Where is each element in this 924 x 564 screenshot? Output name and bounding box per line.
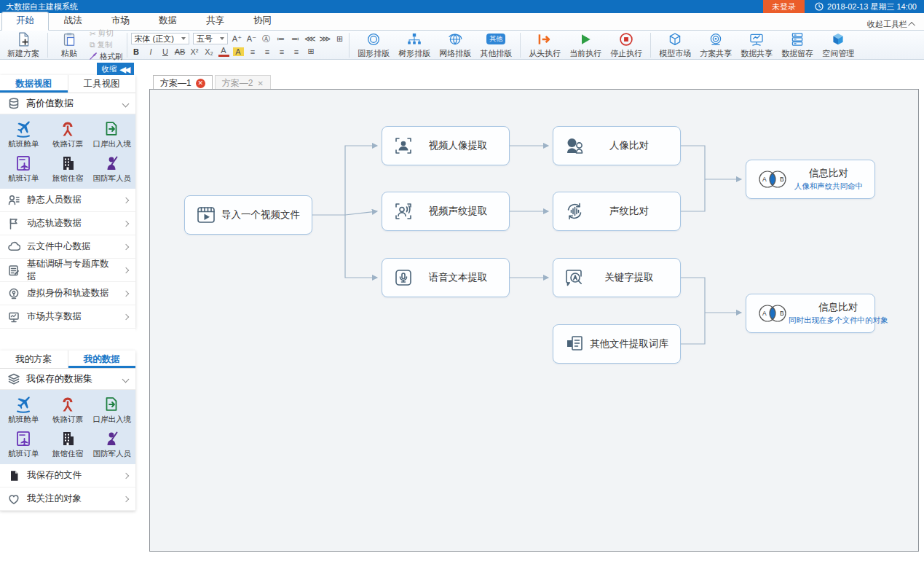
change-case-button[interactable]: Ⓐ <box>261 34 272 44</box>
category-cloud-file-data[interactable]: 云文件中心数据 <box>0 235 135 259</box>
node-keyword-extract[interactable]: 关键字提取 <box>553 258 681 297</box>
subscript-button[interactable]: X₂ <box>204 47 215 56</box>
data-share-button[interactable]: 数据共享 <box>736 31 777 59</box>
tab-tool-view[interactable]: 工具视图 <box>68 75 136 93</box>
layers-icon <box>7 372 20 385</box>
sidebar-collapse-button[interactable]: 收缩 ◀◀ <box>97 63 134 75</box>
italic-button[interactable]: I <box>146 47 157 56</box>
section-label: 我保存的数据集 <box>26 372 92 385</box>
cut-button[interactable]: ✂ 剪切 <box>90 28 123 39</box>
ribbon-tab-share[interactable]: 共享 <box>192 12 238 30</box>
paste-label: 粘贴 <box>61 48 77 59</box>
close-tab-icon[interactable] <box>196 79 205 88</box>
align-center-button[interactable]: ≡ <box>262 47 273 56</box>
ribbon-tab-market[interactable]: 市场 <box>98 12 143 30</box>
dataset-flight-order[interactable]: 航班订单 <box>1 152 46 186</box>
node-import-video[interactable]: 导入一个视频文件 <box>184 195 312 235</box>
dataset-hotel-stay[interactable]: 旅馆住宿 <box>46 152 90 186</box>
borders-button[interactable]: ⊞ <box>306 47 317 56</box>
ribbon-tab-start[interactable]: 开始 <box>1 12 49 31</box>
other-layout-button[interactable]: 其他 其他排版 <box>475 31 516 59</box>
indent-button[interactable]: ⋙ <box>320 34 331 44</box>
grow-font-button[interactable]: A⁺ <box>232 34 242 44</box>
strikethrough-button[interactable]: AB <box>175 47 186 56</box>
copy-button[interactable]: ⧉ 复制 <box>90 40 123 50</box>
network-layout-button[interactable]: 网络排版 <box>435 31 475 59</box>
align-right-button[interactable]: ≡ <box>277 47 288 56</box>
run-current-button[interactable]: 当前执行 <box>565 31 606 59</box>
shrink-font-button[interactable]: A⁻ <box>246 34 257 44</box>
node-label: 信息比对 <box>789 167 869 180</box>
model-market-button[interactable]: 模型市场 <box>655 31 695 59</box>
table-button[interactable]: ⊞ <box>334 34 345 44</box>
node-face-extract[interactable]: 视频人像提取 <box>382 126 510 165</box>
run-from-start-button[interactable]: 从头执行 <box>524 31 565 59</box>
node-speech-extract[interactable]: 语音文本提取 <box>382 258 510 297</box>
flight-order-icon <box>15 430 32 447</box>
plan-share-button[interactable]: 方案共享 <box>695 31 736 59</box>
tab-my-plans[interactable]: 我的方案 <box>0 350 68 368</box>
chevron-down-icon <box>122 100 130 107</box>
dataset-label: 国防军人员 <box>92 173 131 184</box>
highlight-button[interactable]: A <box>233 47 244 56</box>
font-size-select[interactable]: 五号 <box>193 33 228 44</box>
new-plan-button[interactable]: 新建方案 <box>3 31 44 59</box>
dataset-flight-manifest[interactable]: 航班舱单 <box>1 393 46 427</box>
font-color-button[interactable]: A <box>218 46 229 57</box>
outdent-button[interactable]: ⋘ <box>304 34 316 44</box>
category-static-person-data[interactable]: 静态人员数据 <box>0 189 135 212</box>
ribbon-tab-data[interactable]: 数据 <box>145 12 191 30</box>
category-label: 市场共享数据 <box>27 310 82 323</box>
voiceprint-scan-icon <box>392 200 414 222</box>
ribbon-tab-collab[interactable]: 协同 <box>240 12 285 30</box>
tab-my-data[interactable]: 我的数据 <box>68 350 136 368</box>
dataset-flight-manifest[interactable]: 航班舱单 <box>1 117 46 152</box>
dataset-border-entry[interactable]: 口岸出入境 <box>90 393 134 427</box>
my-saved-files[interactable]: 我保存的文件 <box>0 464 135 487</box>
workflow-canvas[interactable]: 导入一个视频文件 视频人像提取 视频声纹提取 <box>149 89 919 552</box>
paste-button[interactable]: 粘贴 <box>52 31 87 59</box>
node-info-compare-2[interactable]: A B 信息比对 同时出现在多个文件中的对象 <box>746 294 875 333</box>
cut-label: 剪切 <box>98 28 114 39</box>
dataset-border-entry[interactable]: 口岸出入境 <box>90 117 134 152</box>
node-other-lexicon[interactable]: 其他文件提取词库 <box>553 324 681 364</box>
node-info-compare-1[interactable]: A B 信息比对 人像和声纹共同命中 <box>746 160 875 199</box>
my-followed-objects[interactable]: 我关注的对象 <box>0 487 135 511</box>
justify-button[interactable]: ≡ <box>291 47 302 56</box>
dataset-military-personnel[interactable]: 国防军人员 <box>90 427 134 461</box>
saved-datasets-header[interactable]: 我保存的数据集 <box>0 369 135 390</box>
dataset-rail-ticket[interactable]: 铁路订票 <box>46 393 90 427</box>
login-status-badge[interactable]: 未登录 <box>763 0 805 13</box>
dataset-rail-ticket[interactable]: 铁路订票 <box>46 117 90 152</box>
node-face-compare[interactable]: 人像比对 <box>553 126 681 165</box>
data-retention-button[interactable]: 数据留存 <box>777 31 818 59</box>
category-research-library-data[interactable]: 基础调研与专题库数据 <box>0 259 135 282</box>
category-dynamic-track-data[interactable]: 动态轨迹数据 <box>0 212 135 235</box>
tab-data-view[interactable]: 数据视图 <box>0 75 68 93</box>
node-voice-compare[interactable]: 声纹比对 <box>553 192 681 231</box>
number-list-button[interactable]: ≕ <box>290 34 301 44</box>
dataset-military-personnel[interactable]: 国防军人员 <box>90 152 134 186</box>
stop-button[interactable]: 停止执行 <box>606 31 647 59</box>
category-market-shared-data[interactable]: 市场共享数据 <box>0 305 135 329</box>
dataset-flight-order[interactable]: 航班订单 <box>1 427 46 461</box>
font-family-select[interactable]: 宋体 (正文) <box>131 33 189 44</box>
circle-layout-button[interactable]: 圆形排版 <box>353 31 394 59</box>
category-virtual-identity-data[interactable]: 虚拟身份和轨迹数据 <box>0 282 135 305</box>
new-plan-label: 新建方案 <box>7 48 39 59</box>
bullet-list-button[interactable]: ≔ <box>275 34 286 44</box>
dataset-hotel-stay[interactable]: 旅馆住宿 <box>46 427 90 461</box>
high-value-data-header[interactable]: 高价值数据 <box>0 93 135 114</box>
bold-button[interactable]: B <box>131 47 142 56</box>
ribbon-tab-tactics[interactable]: 战法 <box>50 12 96 30</box>
format-painter-button[interactable]: 格式刷 <box>90 52 123 62</box>
collapse-toolbar-button[interactable]: 收起工具栏 <box>867 19 924 30</box>
align-left-button[interactable]: ≡ <box>248 47 258 56</box>
space-management-button[interactable]: 空间管理 <box>818 31 858 59</box>
superscript-button[interactable]: X² <box>189 47 200 56</box>
tree-layout-button[interactable]: 树形排版 <box>394 31 435 59</box>
category-label: 静态人员数据 <box>27 194 82 206</box>
underline-button[interactable]: U <box>160 47 171 56</box>
close-tab-icon[interactable] <box>257 79 263 87</box>
node-voice-extract[interactable]: 视频声纹提取 <box>382 192 510 231</box>
